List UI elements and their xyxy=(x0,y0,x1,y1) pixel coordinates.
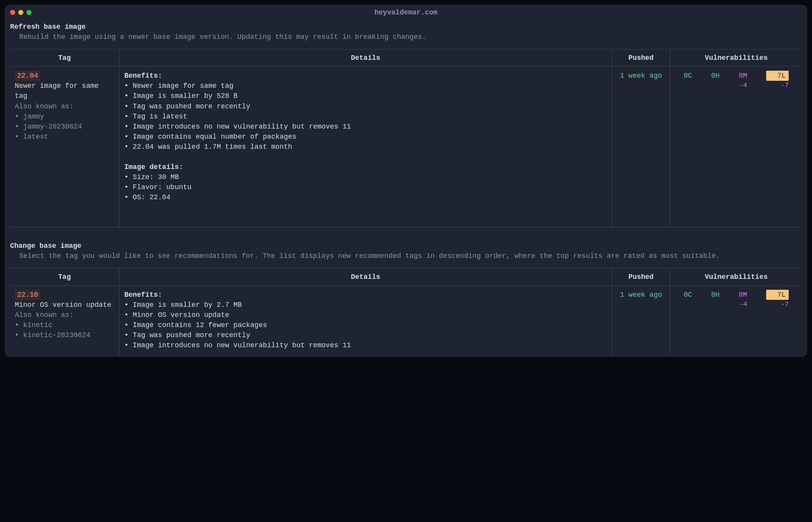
tag-alias: latest xyxy=(15,133,48,141)
section-change-title: Change base image xyxy=(10,241,802,251)
maximize-icon[interactable] xyxy=(26,10,31,15)
col-pushed: Pushed xyxy=(612,269,670,286)
col-pushed: Pushed xyxy=(612,50,670,67)
benefit-item: Tag was pushed more recently xyxy=(124,103,250,110)
vuln-low-block: 7L -7 xyxy=(766,71,789,90)
image-detail-item: Flavor: ubuntu xyxy=(124,183,192,191)
benefit-item: Tag is latest xyxy=(124,113,187,120)
cell-vulns: 0C 0H 0M -4 7L -7 xyxy=(670,286,802,355)
tag-alias: kinetic-20230624 xyxy=(15,331,90,339)
col-vulns: Vulnerabilities xyxy=(670,269,802,286)
tag-alias: jammy-20230624 xyxy=(15,123,82,130)
col-details: Details xyxy=(119,269,612,286)
col-details: Details xyxy=(119,50,612,67)
benefit-item: Newer image for same tag xyxy=(124,82,233,90)
section-refresh-title: Refresh base image xyxy=(10,22,802,32)
benefit-item: Image introduces no new vulnerability bu… xyxy=(124,123,351,130)
benefit-item: Image is smaller by 528 B xyxy=(124,92,238,100)
vuln-critical: 0C xyxy=(684,290,692,300)
table-row[interactable]: 22.04 Newer image for same tag Also know… xyxy=(10,67,802,226)
benefit-item: Minor OS version update xyxy=(124,311,229,319)
cell-details: Benefits: Newer image for same tag Image… xyxy=(119,67,612,226)
benefit-item: Image is smaller by 2.7 MB xyxy=(124,301,242,309)
cell-pushed: 1 week ago xyxy=(612,67,670,226)
benefits-label: Benefits: xyxy=(124,72,162,80)
tag-desc: Newer image for same tag xyxy=(15,82,99,100)
benefit-item: Image contains 12 fewer packages xyxy=(124,321,267,329)
image-detail-item: Size: 30 MB xyxy=(124,173,179,181)
window-title: heyvaldemar.com xyxy=(10,7,802,17)
vuln-low-delta: -7 xyxy=(781,81,789,90)
vuln-medium-delta: -4 xyxy=(739,300,747,310)
vuln-critical: 0C xyxy=(684,71,692,81)
benefit-item: Image introduces no new vulnerability bu… xyxy=(124,341,351,349)
benefit-item: Tag was pushed more recently xyxy=(124,331,250,339)
col-tag: Tag xyxy=(10,269,119,286)
close-icon[interactable] xyxy=(10,10,15,15)
benefit-item: Image contains equal number of packages xyxy=(124,133,296,141)
table-row[interactable]: 22.10 Minor OS version update Also known… xyxy=(10,286,802,355)
vuln-high: 0H xyxy=(711,290,720,300)
col-vulns: Vulnerabilities xyxy=(670,50,802,67)
tag-chip: 22.10 xyxy=(15,290,40,300)
cell-tag: 22.04 Newer image for same tag Also know… xyxy=(10,67,119,226)
refresh-table: Tag Details Pushed Vulnerabilities 22.04… xyxy=(10,49,802,228)
benefits-label: Benefits: xyxy=(124,291,162,299)
vuln-low-delta: -7 xyxy=(781,300,789,310)
benefit-item: 22.04 was pulled 1.7M times last month xyxy=(124,143,292,151)
section-change-desc: Select the tag you would like to see rec… xyxy=(10,251,802,261)
traffic-lights xyxy=(10,10,31,15)
image-details-label: Image details: xyxy=(124,163,183,171)
terminal-window: heyvaldemar.com Refresh base image Rebui… xyxy=(5,5,807,357)
minimize-icon[interactable] xyxy=(18,10,23,15)
vuln-medium-delta: -4 xyxy=(739,81,747,90)
terminal-content: Refresh base image Rebuild the image usi… xyxy=(5,20,807,355)
vuln-medium-block: 0M -4 xyxy=(739,71,747,90)
change-table: Tag Details Pushed Vulnerabilities 22.10… xyxy=(10,268,802,355)
table-header-row: Tag Details Pushed Vulnerabilities xyxy=(10,269,802,286)
vuln-low: 7L xyxy=(766,290,789,300)
cell-tag: 22.10 Minor OS version update Also known… xyxy=(10,286,119,355)
cell-vulns: 0C 0H 0M -4 7L -7 xyxy=(670,67,802,226)
vuln-medium-block: 0M -4 xyxy=(739,290,747,310)
vuln-medium: 0M xyxy=(739,290,747,300)
tag-alias: jammy xyxy=(15,113,44,120)
tag-alias: kinetic xyxy=(15,321,52,329)
vuln-low-block: 7L -7 xyxy=(766,290,789,310)
aka-label: Also known as: xyxy=(15,103,73,110)
aka-label: Also known as: xyxy=(15,311,73,319)
titlebar: heyvaldemar.com xyxy=(5,5,807,20)
cell-pushed: 1 week ago xyxy=(612,286,670,355)
cell-details: Benefits: Image is smaller by 2.7 MB Min… xyxy=(119,286,612,355)
vuln-low: 7L xyxy=(766,71,789,81)
tag-chip: 22.04 xyxy=(15,71,40,81)
image-detail-item: OS: 22.04 xyxy=(124,193,171,201)
table-header-row: Tag Details Pushed Vulnerabilities xyxy=(10,50,802,67)
vuln-high: 0H xyxy=(711,71,720,81)
tag-desc: Minor OS version update xyxy=(15,301,111,309)
vuln-medium: 0M xyxy=(739,71,747,81)
col-tag: Tag xyxy=(10,50,119,67)
section-refresh-desc: Rebuild the image using a newer base ima… xyxy=(10,32,802,42)
